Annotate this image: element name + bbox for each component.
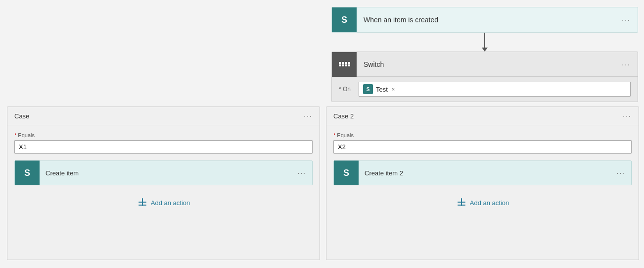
svg-rect-5 [458, 205, 465, 206]
switch-title: Switch [357, 60, 615, 68]
svg-rect-2 [138, 205, 146, 206]
case-2-body: * Equals S Create item 2 ··· [326, 125, 639, 220]
switch-tag-text: Test [376, 86, 388, 93]
case-2-header: Case 2 ··· [326, 107, 639, 125]
case-1-add-action-label: Add an action [151, 199, 190, 207]
case-1-add-action-button[interactable]: Add an action [14, 192, 313, 213]
case-2-action-more-button[interactable]: ··· [610, 169, 631, 177]
case-2-more-button[interactable]: ··· [623, 112, 632, 120]
switch-value-box[interactable]: S Test × [359, 82, 631, 97]
case-1-body: * Equals S Create item ··· [7, 125, 320, 220]
case-1-add-action-icon [137, 197, 148, 208]
case-1-action-icon: S [15, 161, 40, 185]
switch-more-button[interactable]: ··· [615, 60, 638, 68]
case-2-title: Case 2 [333, 112, 354, 120]
switch-header: Switch ··· [332, 52, 638, 77]
case-1-header: Case ··· [7, 107, 320, 125]
case-1-more-button[interactable]: ··· [304, 112, 313, 120]
case-1-action-title: Create item [40, 169, 291, 177]
case-2-add-action-icon [456, 197, 467, 208]
case-1-action-card: S Create item ··· [14, 161, 313, 185]
case-2-add-action-button[interactable]: Add an action [333, 192, 632, 213]
case-2-add-action-label: Add an action [470, 199, 509, 207]
switch-tag-close[interactable]: × [392, 86, 395, 92]
case-1-equals-label: * Equals [14, 132, 313, 138]
cases-area: Case ··· * Equals S Create item ··· [7, 107, 639, 260]
case-2-action-title: Create item 2 [359, 169, 610, 177]
switch-card: Switch ··· * On S Test × [331, 52, 638, 102]
trigger-title: When an item is created [357, 16, 615, 24]
switch-on-label: * On [339, 86, 354, 93]
case-2-action-icon-letter: S [343, 168, 349, 178]
case-2-box: Case 2 ··· * Equals S Create item 2 ··· [326, 107, 639, 260]
trigger-more-button[interactable]: ··· [615, 16, 638, 24]
case-2-equals-input[interactable] [333, 140, 632, 154]
switch-tag-icon: S [363, 84, 373, 94]
case-1-title: Case [14, 112, 29, 120]
trigger-card: S When an item is created ··· [331, 7, 638, 33]
case-1-box: Case ··· * Equals S Create item ··· [7, 107, 320, 260]
case-2-action-icon: S [334, 161, 359, 185]
trigger-icon-letter: S [341, 15, 347, 25]
switch-icon-grid [339, 62, 350, 66]
switch-body: * On S Test × [332, 77, 638, 102]
case-1-action-icon-letter: S [24, 168, 30, 178]
switch-icon [332, 52, 357, 77]
trigger-icon: S [332, 7, 357, 32]
case-2-equals-label: * Equals [333, 132, 632, 138]
case-1-equals-input[interactable] [14, 140, 313, 154]
case-1-action-more-button[interactable]: ··· [291, 169, 312, 177]
connector-line [484, 33, 485, 48]
connector-arrowhead [482, 48, 488, 52]
connector-arrow [482, 33, 488, 52]
case-2-action-card: S Create item 2 ··· [333, 161, 632, 185]
